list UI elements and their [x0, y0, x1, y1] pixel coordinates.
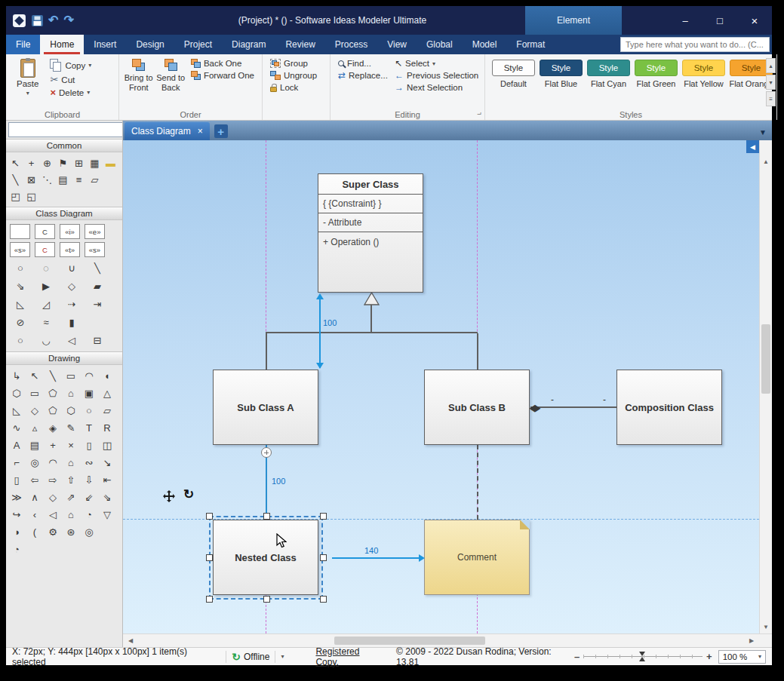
panel-left-tool[interactable]: ◰ — [8, 188, 23, 204]
undo-icon[interactable]: ↶ — [48, 14, 58, 26]
ribbon-tab[interactable]: Process — [325, 35, 377, 54]
half-moon-tool[interactable]: ◑ — [8, 523, 26, 541]
freehand-tool[interactable]: ⋱ — [39, 171, 55, 188]
copy-button[interactable]: Copy ▾ — [47, 58, 94, 72]
command-search-box[interactable] — [620, 37, 770, 52]
toolbox-section-common[interactable]: Common — [6, 139, 122, 152]
collapse-panel-icon[interactable]: ◀ — [746, 140, 759, 153]
class-c-tool[interactable]: C — [35, 224, 55, 239]
small-triangle-tool[interactable]: ▵ — [26, 419, 44, 437]
dependency-tool[interactable]: ⇢ — [59, 295, 85, 313]
polygon-tool[interactable]: ⬠ — [44, 402, 62, 419]
pointer-tool[interactable]: ↖ — [8, 155, 23, 171]
comment-note[interactable]: Comment — [424, 520, 530, 595]
toolbox-section-drawing[interactable]: Drawing — [6, 351, 122, 365]
toolbox-section-class-diagram[interactable]: Class Diagram — [6, 207, 122, 220]
selection-handle[interactable] — [263, 513, 270, 520]
arc-draw-tool[interactable]: ◠ — [80, 367, 98, 385]
gallery-up-icon[interactable]: ▴ — [766, 58, 776, 73]
ellipse-tool[interactable]: ○ — [8, 259, 33, 277]
bar-tool[interactable]: ▮ — [59, 313, 85, 331]
zoom-out-button[interactable]: – — [574, 651, 580, 662]
block-arrow-left-tool[interactable]: ⇦ — [26, 471, 44, 489]
maximize-button[interactable]: □ — [703, 6, 737, 35]
house2-tool[interactable]: ⌂ — [62, 506, 80, 523]
arc2-tool[interactable]: ◠ — [44, 454, 62, 471]
split-rect-tool[interactable]: ◫ — [98, 437, 116, 454]
generalization-connector[interactable] — [477, 333, 478, 370]
triangle-left-tool[interactable]: ◁ — [44, 506, 62, 523]
parallelogram-draw-tool[interactable]: ▱ — [98, 402, 116, 419]
label-tool[interactable]: A — [8, 437, 26, 454]
diagram-canvas[interactable]: ◀ ◆ - - — [123, 140, 759, 633]
group-button[interactable]: Group — [267, 58, 320, 69]
arc-tool[interactable]: ◡ — [33, 331, 59, 349]
line-draw-tool[interactable]: ╲ — [44, 367, 62, 385]
realization-tool[interactable]: ◿ — [33, 295, 59, 313]
half-circle-tool[interactable]: ◖ — [98, 367, 116, 385]
zoom-level-select[interactable]: 100 % ▾ — [718, 650, 766, 664]
registered-copy-link[interactable]: Registered Copy. — [315, 646, 384, 667]
ribbon-tab[interactable]: Home — [40, 35, 84, 54]
house-tool[interactable]: ⌂ — [62, 385, 80, 402]
selection-handle[interactable] — [263, 596, 270, 603]
block-arrow-up-tool[interactable]: ⇧ — [62, 471, 80, 489]
circle-draw-tool[interactable]: ○ — [80, 402, 98, 419]
redo-icon[interactable]: ↷ — [63, 14, 73, 26]
panel-split-tool[interactable]: ◱ — [23, 188, 39, 204]
class-tool[interactable] — [10, 224, 30, 239]
tab-class-diagram[interactable]: Class Diagram × — [125, 122, 210, 140]
paren-tool[interactable]: ( — [26, 523, 44, 541]
chevron-tool[interactable]: ≫ — [8, 489, 26, 506]
class-sub-b[interactable]: Sub Class B — [424, 370, 530, 445]
ribbon-tab[interactable]: Review — [275, 35, 324, 54]
arrow-to-bar-tool[interactable]: ⇤ — [98, 471, 116, 489]
quarter-circle-tool[interactable]: ◔ — [8, 541, 26, 558]
contextual-tab-element[interactable]: Element — [525, 6, 622, 35]
offline-status[interactable]: Offline — [244, 652, 269, 662]
association-tool[interactable]: ⇘ — [8, 277, 33, 295]
circle-shape-tool[interactable]: ○ — [8, 331, 33, 349]
pentagon-tool[interactable]: ⬠ — [44, 385, 62, 402]
arrow-se-tool[interactable]: ⇘ — [98, 489, 116, 506]
tilde-tool[interactable]: ∾ — [80, 454, 98, 471]
signal-tool[interactable]: «s» — [10, 242, 30, 257]
zoom-tool[interactable]: ⊕ — [39, 155, 55, 171]
scroll-up-icon[interactable]: ▲ — [760, 155, 772, 167]
style-tile[interactable]: Style Flat Yellow — [681, 60, 726, 88]
lock-button[interactable]: Lock — [267, 82, 320, 93]
style-tile[interactable]: Style Flat Green — [634, 60, 678, 88]
right-triangle-tool[interactable]: ◺ — [8, 402, 26, 419]
ribbon-tab[interactable]: Insert — [84, 35, 126, 54]
app-logo-icon[interactable] — [12, 14, 26, 28]
move-tool[interactable]: + — [23, 155, 39, 171]
style-tile[interactable]: Style Flat Cyan — [586, 60, 631, 88]
ribbon-tab[interactable]: Diagram — [222, 35, 275, 54]
image-tool[interactable]: ▤ — [26, 437, 44, 454]
style-swatch[interactable]: Style — [682, 60, 725, 76]
select-button[interactable]: ↖ Select ▾ — [392, 58, 481, 69]
resize-arrow-tool[interactable]: ↘ — [98, 454, 116, 471]
asterisk-circle-tool[interactable]: ⊛ — [62, 523, 80, 541]
class-sub-a[interactable]: Sub Class A — [213, 370, 318, 445]
class-super[interactable]: Super Class { {Constraint} } - Attribute… — [318, 173, 423, 293]
dashed-ellipse-tool[interactable]: ◌ — [33, 259, 59, 277]
ribbon-tab[interactable]: Global — [417, 35, 463, 54]
move-tool-icon[interactable] — [163, 490, 175, 502]
sticky-note-tool[interactable]: ▬ — [103, 155, 118, 171]
triangle-down-tool[interactable]: ▽ — [98, 506, 116, 523]
hexagon2-tool[interactable]: ⬡ — [62, 402, 80, 419]
diamond-tool[interactable]: ◇ — [59, 277, 85, 295]
style-swatch[interactable]: Style — [492, 60, 535, 76]
use-case-tool[interactable]: ∪ — [59, 259, 85, 277]
selection-handle[interactable] — [206, 596, 213, 603]
zoom-in-button[interactable]: + — [706, 651, 712, 662]
stereotyped-class-tool[interactable]: «s» — [85, 242, 105, 257]
generalization-connector[interactable] — [266, 333, 267, 370]
ribbon-tab[interactable]: Model — [463, 35, 507, 54]
find-button[interactable]: Find... — [335, 58, 389, 69]
vertical-scrollbar[interactable]: ▲ ▼ — [759, 140, 772, 633]
comment-arrow-connector[interactable] — [332, 557, 420, 559]
hand-tool[interactable]: ↪ — [8, 506, 26, 523]
bullseye-tool[interactable]: ◎ — [80, 523, 98, 541]
